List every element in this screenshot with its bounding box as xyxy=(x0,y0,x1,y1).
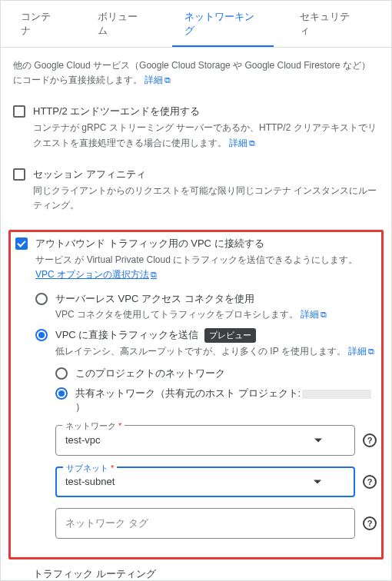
http2-desc: コンテナが gRPC ストリーミング サーバーであるか、HTTP/2 クリアテキ… xyxy=(33,121,379,150)
vpc-connect-checkbox[interactable] xyxy=(15,237,28,250)
network-tags-placeholder: ネットワーク タグ xyxy=(65,516,148,530)
method-direct-title: VPC に直接トラフィックを送信 プレビュー xyxy=(55,328,377,343)
method-direct-vpc: VPC に直接トラフィックを送信 プレビュー 低レイテンシ、高スループットですが… xyxy=(35,328,377,359)
method-serverless-desc: VPC コネクタを使用してトラフィックをプロキシします。 詳細⧉ xyxy=(55,307,377,322)
vpc-method-group: サーバーレス VPC アクセス コネクタを使用 VPC コネクタを使用してトラフ… xyxy=(15,292,377,539)
network-value: test-vpc xyxy=(65,434,101,446)
network-tags-input[interactable]: ネットワーク タグ xyxy=(55,508,355,539)
scope-shared-title: 共有ネットワーク（共有元のホスト プロジェクト:） xyxy=(75,387,377,414)
vpc-connect-highlight: アウトバウンド トラフィック用の VPC に接続する サービス が Virtua… xyxy=(8,230,384,559)
external-link-icon: ⧉ xyxy=(164,75,171,85)
method-direct-radio[interactable] xyxy=(35,329,48,341)
tab-security[interactable]: セキュリティ xyxy=(287,1,370,47)
method-direct-learn-more-link[interactable]: 詳細⧉ xyxy=(348,346,374,357)
vpc-connect-option: アウトバウンド トラフィック用の VPC に接続する サービス が Virtua… xyxy=(15,237,377,282)
http2-checkbox[interactable] xyxy=(13,105,25,118)
tab-container[interactable]: コンテナ xyxy=(8,1,71,47)
tab-volumes[interactable]: ボリューム xyxy=(85,1,158,47)
method-serverless-learn-more-link[interactable]: 詳細⧉ xyxy=(301,309,327,320)
http2-option: HTTP/2 エンドツーエンドを使用する コンテナが gRPC ストリーミング … xyxy=(13,105,379,150)
traffic-routing-heading: トラフィック ルーティング xyxy=(33,567,379,581)
external-link-icon: ⧉ xyxy=(321,310,327,319)
intro-body: 他の Google Cloud サービス（Google Cloud Storag… xyxy=(13,60,370,85)
network-scope-group: このプロジェクトのネットワーク 共有ネットワーク（共有元のホスト プロジェクト:… xyxy=(35,367,377,414)
network-field-wrap: ネットワーク * test-vpc ? xyxy=(55,425,377,456)
session-affinity-checkbox[interactable] xyxy=(13,168,25,181)
session-affinity-option: セッション アフィニティ 同じクライアントからのリクエストを可能な限り同じコンテ… xyxy=(13,168,379,213)
scope-project-network: このプロジェクトのネットワーク xyxy=(55,367,377,380)
content-area: 他の Google Cloud サービス（Google Cloud Storag… xyxy=(1,48,391,581)
network-fields: ネットワーク * test-vpc ? サブネット * test-subnet … xyxy=(35,425,377,539)
intro-text: 他の Google Cloud サービス（Google Cloud Storag… xyxy=(13,58,379,88)
session-affinity-desc: 同じクライアントからのリクエストを可能な限り同じコンテナ インスタンスにルーティ… xyxy=(33,184,379,213)
preview-badge: プレビュー xyxy=(204,328,256,343)
host-project-redacted xyxy=(302,390,371,399)
network-tags-help-icon[interactable]: ? xyxy=(363,516,377,530)
subnet-help-icon[interactable]: ? xyxy=(363,475,377,489)
scope-project-radio[interactable] xyxy=(55,367,68,380)
network-select[interactable]: ネットワーク * test-vpc xyxy=(55,425,355,456)
vpc-connect-desc: サービス が Virtual Private Cloud にトラフィックを送信で… xyxy=(35,253,377,282)
scope-project-title: このプロジェクトのネットワーク xyxy=(75,367,377,380)
method-serverless-title: サーバーレス VPC アクセス コネクタを使用 xyxy=(55,292,377,306)
http2-title: HTTP/2 エンドツーエンドを使用する xyxy=(33,105,379,118)
intro-learn-more-link[interactable]: 詳細⧉ xyxy=(145,75,171,85)
chevron-down-icon xyxy=(314,480,321,483)
http2-learn-more-link[interactable]: 詳細⧉ xyxy=(229,138,255,148)
chevron-down-icon xyxy=(314,438,322,442)
network-help-icon[interactable]: ? xyxy=(363,433,377,447)
vpc-options-link[interactable]: VPC オプションの選択方法⧉ xyxy=(35,269,157,280)
method-serverless-connector: サーバーレス VPC アクセス コネクタを使用 VPC コネクタを使用してトラフ… xyxy=(35,292,377,322)
network-tags-field-wrap: ネットワーク タグ ? xyxy=(55,508,377,539)
subnet-select[interactable]: サブネット * test-subnet xyxy=(55,466,355,497)
tab-networking[interactable]: ネットワーキング xyxy=(172,1,274,47)
method-serverless-radio[interactable] xyxy=(35,293,48,305)
scope-shared-radio[interactable] xyxy=(55,387,68,400)
subnet-field-wrap: サブネット * test-subnet ? xyxy=(55,466,377,497)
session-affinity-title: セッション アフィニティ xyxy=(33,168,379,181)
network-label: ネットワーク * xyxy=(62,420,125,432)
external-link-icon: ⧉ xyxy=(151,270,157,279)
vpc-connect-title: アウトバウンド トラフィック用の VPC に接続する xyxy=(35,237,377,251)
external-link-icon: ⧉ xyxy=(249,138,255,148)
tabs-bar: コンテナ ボリューム ネットワーキング セキュリティ xyxy=(1,1,391,48)
subnet-value: test-subnet xyxy=(65,476,115,487)
external-link-icon: ⧉ xyxy=(368,347,374,356)
subnet-label: サブネット * xyxy=(63,463,117,474)
scope-shared-network: 共有ネットワーク（共有元のホスト プロジェクト:） xyxy=(55,387,377,414)
method-direct-desc: 低レイテンシ、高スループットですが、より多くの IP を使用します。 詳細⧉ xyxy=(55,344,377,359)
